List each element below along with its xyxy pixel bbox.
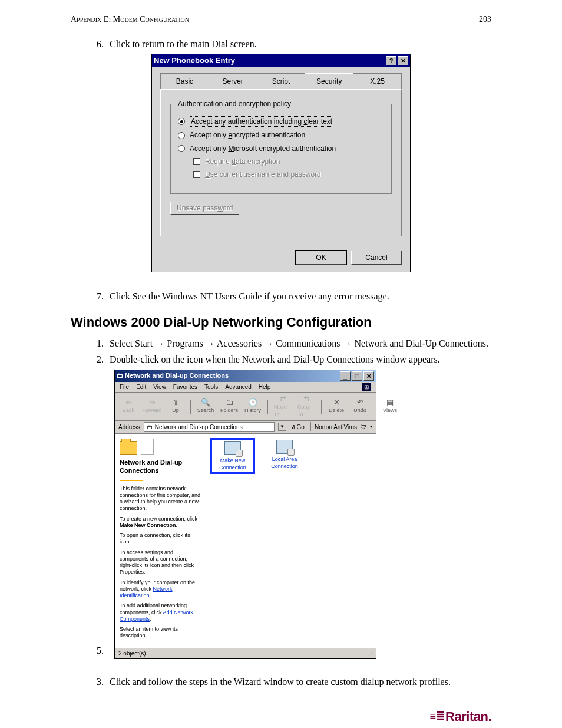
menu-advanced[interactable]: Advanced <box>225 383 251 391</box>
folder-icon <box>120 441 137 455</box>
menu-help[interactable]: Help <box>259 383 271 391</box>
menu-favorites[interactable]: Favorites <box>173 383 197 391</box>
unsave-password-button: Unsave password <box>170 202 239 215</box>
go-button[interactable]: ∂ Go <box>290 423 307 431</box>
toolbar: ⇐Back⇒Forward⇧Up🔍Search🗀Folders🕑History⇄… <box>115 393 376 420</box>
status-text: 2 object(s) <box>118 650 146 658</box>
pane-p5: To identify your computer on the network… <box>120 579 201 599</box>
ok-button[interactable]: OK <box>296 251 346 265</box>
maximize-icon[interactable]: □ <box>352 371 362 381</box>
minimize-icon[interactable]: _ <box>340 371 351 381</box>
tool-views[interactable]: ▤Views <box>381 398 399 414</box>
pane-p4: To access settings and components of a c… <box>120 549 201 576</box>
pane-p7: Select an item to view its description. <box>120 626 201 640</box>
close-icon[interactable]: ✕ <box>398 56 408 65</box>
cancel-button[interactable]: Cancel <box>351 251 402 265</box>
menu-view[interactable]: View <box>153 383 166 391</box>
menu-bar: File Edit View Favorites Tools Advanced … <box>115 382 376 393</box>
auth-encryption-group: Authentication and encryption policy Acc… <box>170 104 392 194</box>
step-7: Click See the Windows NT Users Guide if … <box>106 290 491 303</box>
pane-p3: To open a connection, click its icon. <box>120 532 201 546</box>
checkbox-use-current-creds-label: Use current username and password <box>205 170 321 179</box>
menu-brand-icon: ⊞ <box>362 383 371 391</box>
pane-p1: This folder contains network connections… <box>120 486 201 512</box>
local-area-connection-icon[interactable]: Local Area Connection <box>264 440 305 470</box>
radio-accept-any[interactable] <box>178 118 185 125</box>
ol-item-2: Double-click on the icon when the Networ… <box>106 353 491 366</box>
norton-label: Norton AntiVirus <box>315 423 357 431</box>
folder-icon: 🗀 <box>147 423 153 431</box>
header-page-num: 203 <box>479 14 491 25</box>
win2k-title: 🗀 Network and Dial-up Connections <box>117 371 229 380</box>
radio-ms-encrypted-label: Accept only Microsoft encrypted authenti… <box>190 144 336 153</box>
tool-folders[interactable]: 🗀Folders <box>220 398 238 414</box>
address-label: Address <box>118 423 140 431</box>
menu-file[interactable]: File <box>120 383 129 391</box>
tab-server[interactable]: Server <box>209 73 257 89</box>
tool-up[interactable]: ⇧Up <box>167 398 184 414</box>
header-left: Appendix E: Modem Configuration <box>71 14 189 25</box>
tool-search[interactable]: 🔍Search <box>197 398 214 414</box>
make-new-connection-icon[interactable]: Make New Connection <box>212 440 253 472</box>
radio-accept-any-label: Accept any authentication including clea… <box>190 116 333 127</box>
group-legend: Authentication and encryption policy <box>176 99 293 108</box>
pane-p6: To add additional networking components,… <box>120 602 201 622</box>
radio-ms-encrypted[interactable] <box>178 145 185 152</box>
section-heading: Windows 2000 Dial-Up Networking Configur… <box>71 314 491 331</box>
tab-security[interactable]: Security <box>305 73 353 89</box>
brand-logo: ≡≣Raritan. <box>430 709 491 724</box>
radio-encrypted-only[interactable] <box>178 132 185 139</box>
tool-move-to: ⇄Move To <box>274 395 292 417</box>
checkbox-use-current-creds <box>193 171 200 178</box>
inline-number-5: 5. <box>71 644 104 660</box>
resize-grip-icon[interactable]: ⋰ <box>368 650 372 658</box>
help-icon[interactable]: ? <box>386 56 396 65</box>
tool-copy-to: ⇆Copy To <box>297 395 315 417</box>
tab-script[interactable]: Script <box>257 73 306 89</box>
ol-item-1: Select Start → Programs → Accessories → … <box>106 337 491 350</box>
tool-undo[interactable]: ↶Undo <box>351 398 369 414</box>
tab-x25[interactable]: X.25 <box>353 73 402 89</box>
radio-encrypted-only-label: Accept only encrypted authentication <box>190 130 305 140</box>
ol-item-3: Click and follow the steps in the Wizard… <box>106 676 491 689</box>
dialog-title: New Phonebook Entry <box>154 55 235 66</box>
norton-icon[interactable]: 🛡 <box>361 423 366 431</box>
step-6: Click to return to the main Dial screen. <box>106 38 491 51</box>
checkbox-require-encryption <box>193 158 200 165</box>
tab-basic[interactable]: Basic <box>160 73 209 89</box>
pane-p2: To create a new connection, click Make N… <box>120 516 201 529</box>
phonebook-dialog: New Phonebook Entry ? ✕ Basic Server Scr… <box>151 54 411 272</box>
tool-back: ⇐Back <box>120 398 137 414</box>
chevron-down-icon[interactable]: ▼ <box>278 423 286 431</box>
close-icon[interactable]: ✕ <box>363 371 374 381</box>
menu-tools[interactable]: Tools <box>204 383 218 391</box>
norton-dropdown-icon[interactable]: ▾ <box>370 424 372 430</box>
checkbox-require-encryption-label: Require data encryption <box>205 157 280 166</box>
tool-forward: ⇒Forward <box>143 398 161 414</box>
address-input[interactable]: 🗀 Network and Dial-up Connections <box>144 422 275 433</box>
tool-delete[interactable]: ✕Delete <box>328 398 345 414</box>
menu-edit[interactable]: Edit <box>136 383 146 391</box>
pane-title: Network and Dial-up Connections <box>120 459 201 475</box>
tool-history[interactable]: 🕑History <box>244 398 262 414</box>
network-connections-window: 🗀 Network and Dial-up Connections _ □ ✕ … <box>114 370 376 659</box>
